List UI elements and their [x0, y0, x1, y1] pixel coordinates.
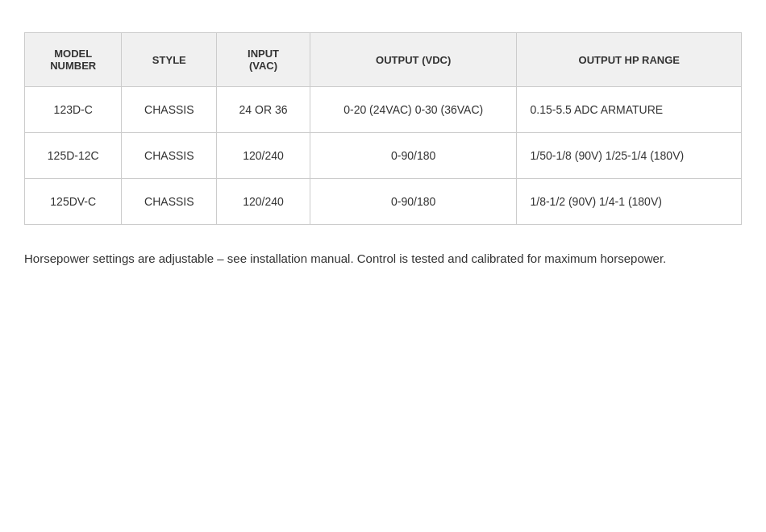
cell-model: 125DV-C [25, 179, 122, 225]
header-output-vdc: OUTPUT (VDC) [310, 33, 517, 87]
cell-output-vdc: 0-90/180 [310, 133, 517, 179]
cell-output-hp: 1/50-1/8 (90V) 1/25-1/4 (180V) [517, 133, 741, 179]
header-output-hp-range: OUTPUT HP RANGE [517, 33, 741, 87]
cell-model: 125D-12C [25, 133, 122, 179]
cell-style: CHASSIS [122, 133, 217, 179]
cell-output-vdc: 0-90/180 [310, 179, 517, 225]
header-model-number: MODELNUMBER [25, 33, 122, 87]
cell-model: 123D-C [25, 87, 122, 133]
cell-style: CHASSIS [122, 179, 217, 225]
header-input-vac: INPUT(VAC) [217, 33, 310, 87]
table-row: 125D-12CCHASSIS120/2400-90/1801/50-1/8 (… [25, 133, 741, 179]
cell-output-hp: 0.15-5.5 ADC ARMATURE [517, 87, 741, 133]
cell-input: 120/240 [217, 179, 310, 225]
cell-output-vdc: 0-20 (24VAC) 0-30 (36VAC) [310, 87, 517, 133]
table-row: 125DV-CCHASSIS120/2400-90/1801/8-1/2 (90… [25, 179, 741, 225]
cell-input: 24 OR 36 [217, 87, 310, 133]
footnote-text: Horsepower settings are adjustable – see… [24, 249, 726, 268]
table-header-row: MODELNUMBER STYLE INPUT(VAC) OUTPUT (VDC… [25, 33, 741, 87]
product-table: MODELNUMBER STYLE INPUT(VAC) OUTPUT (VDC… [24, 32, 742, 225]
cell-style: CHASSIS [122, 87, 217, 133]
header-style: STYLE [122, 33, 217, 87]
table-row: 123D-CCHASSIS24 OR 360-20 (24VAC) 0-30 (… [25, 87, 741, 133]
cell-output-hp: 1/8-1/2 (90V) 1/4-1 (180V) [517, 179, 741, 225]
cell-input: 120/240 [217, 133, 310, 179]
